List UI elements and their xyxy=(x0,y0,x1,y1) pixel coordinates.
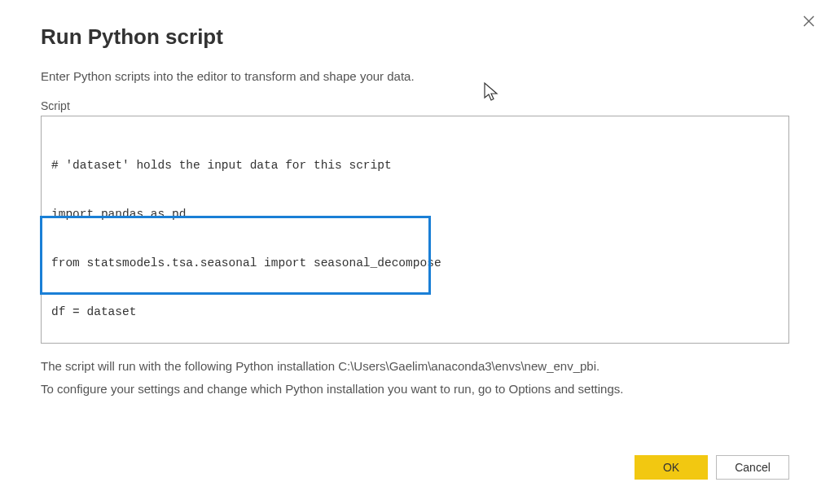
close-button[interactable] xyxy=(801,13,817,29)
code-line: from statsmodels.tsa.seasonal import sea… xyxy=(51,255,779,271)
footer-line-configure: To configure your settings and change wh… xyxy=(41,378,789,401)
code-line: df = dataset xyxy=(51,304,779,320)
ok-button[interactable]: OK xyxy=(635,455,708,480)
footer-line-install: The script will run with the following P… xyxy=(41,355,789,378)
script-editor[interactable]: # 'dataset' holds the input data for thi… xyxy=(41,116,789,344)
close-icon xyxy=(802,15,815,28)
button-row: OK Cancel xyxy=(635,455,789,480)
run-python-script-dialog: Run Python script Enter Python scripts i… xyxy=(0,0,830,504)
footer-text: The script will run with the following P… xyxy=(41,355,789,401)
dialog-subtitle: Enter Python scripts into the editor to … xyxy=(41,69,789,83)
script-label: Script xyxy=(41,99,789,112)
dialog-title: Run Python script xyxy=(41,24,789,50)
code-line: # 'dataset' holds the input data for thi… xyxy=(51,157,779,173)
code-line: import pandas as pd xyxy=(51,206,779,222)
cancel-button[interactable]: Cancel xyxy=(716,455,789,480)
